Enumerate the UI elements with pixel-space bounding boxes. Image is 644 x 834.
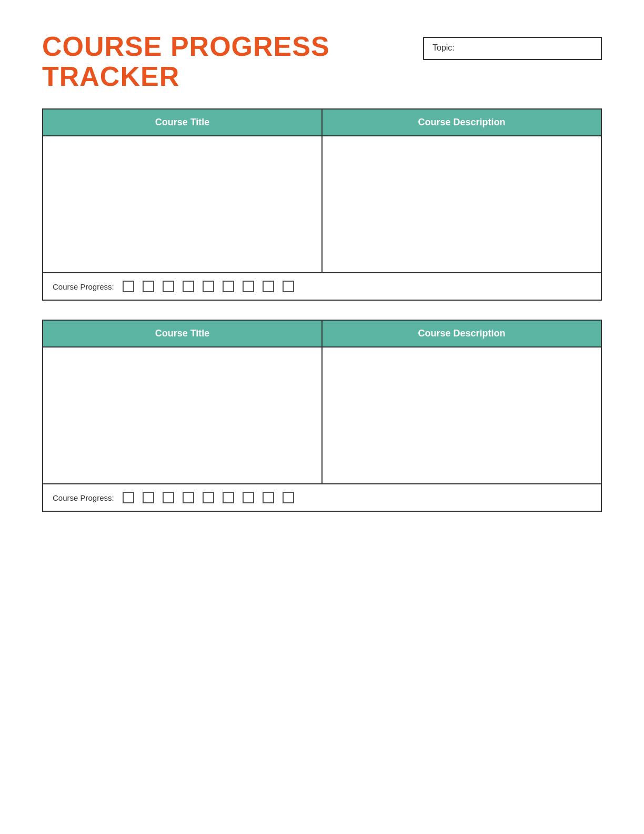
table1-progress-row: Course Progress: [43, 273, 601, 300]
table2-checkbox-1[interactable] [123, 492, 134, 503]
topic-field[interactable]: Topic: [423, 37, 602, 60]
table2-progress-label: Course Progress: [53, 493, 114, 502]
table2-checkbox-6[interactable] [223, 492, 234, 503]
table1-progress-label: Course Progress: [53, 282, 114, 291]
title-line2: TRACKER [42, 62, 330, 92]
table2-content-row [43, 347, 601, 484]
table1-checkbox-6[interactable] [223, 281, 234, 292]
table2-checkbox-3[interactable] [163, 492, 174, 503]
topic-label: Topic: [432, 43, 455, 52]
table1-title-cell[interactable] [43, 136, 322, 273]
table1-checkbox-9[interactable] [283, 281, 294, 292]
course-table-2: Course Title Course Description Course P… [42, 320, 602, 512]
table2-checkboxes [123, 492, 294, 503]
page-title: COURSE PROGRESS TRACKER [42, 32, 330, 92]
table2-col2-header: Course Description [322, 320, 601, 347]
table1-checkbox-1[interactable] [123, 281, 134, 292]
course-table-1: Course Title Course Description Course P… [42, 108, 602, 301]
table2-title-cell[interactable] [43, 347, 322, 484]
table1-checkbox-3[interactable] [163, 281, 174, 292]
table1-col2-header: Course Description [322, 109, 601, 136]
table1-progress-inner: Course Progress: [53, 281, 591, 292]
table1-checkbox-4[interactable] [183, 281, 194, 292]
title-line1: COURSE PROGRESS [42, 32, 330, 62]
table2-checkbox-4[interactable] [183, 492, 194, 503]
table1-content-row [43, 136, 601, 273]
table1-checkbox-7[interactable] [243, 281, 254, 292]
table2-progress-row: Course Progress: [43, 484, 601, 511]
table1-checkboxes [123, 281, 294, 292]
table2-description-cell[interactable] [322, 347, 601, 484]
table1-checkbox-8[interactable] [263, 281, 274, 292]
table2-checkbox-9[interactable] [283, 492, 294, 503]
table2-checkbox-7[interactable] [243, 492, 254, 503]
table2-progress-cell: Course Progress: [43, 484, 601, 511]
table1-description-cell[interactable] [322, 136, 601, 273]
table2-checkbox-2[interactable] [143, 492, 154, 503]
table1-checkbox-2[interactable] [143, 281, 154, 292]
table2-checkbox-5[interactable] [203, 492, 214, 503]
table2-col1-header: Course Title [43, 320, 322, 347]
header: COURSE PROGRESS TRACKER Topic: [42, 32, 602, 92]
table1-col1-header: Course Title [43, 109, 322, 136]
table1-checkbox-5[interactable] [203, 281, 214, 292]
table2-progress-inner: Course Progress: [53, 492, 591, 503]
table2-checkbox-8[interactable] [263, 492, 274, 503]
table1-progress-cell: Course Progress: [43, 273, 601, 300]
